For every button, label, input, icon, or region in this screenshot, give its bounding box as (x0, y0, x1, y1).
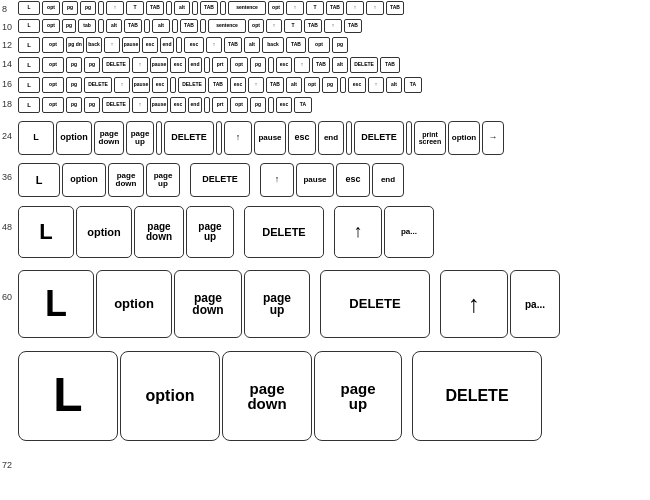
key-16-up[interactable]: ↑ (114, 77, 130, 93)
key-36-up[interactable]: ↑ (260, 163, 294, 197)
key-L-24[interactable]: L (18, 121, 54, 155)
key-18-esc[interactable]: esc (170, 97, 186, 113)
key-16-ta[interactable]: TA (404, 77, 422, 93)
key-8-9[interactable]: alt (174, 1, 190, 15)
key-48-pgdown[interactable]: pagedown (134, 206, 184, 258)
key-16-esc[interactable]: esc (152, 77, 168, 93)
key-L-16[interactable]: L (18, 77, 40, 93)
key-16-pause[interactable]: pause (132, 77, 150, 93)
key-10-7[interactable] (144, 19, 150, 33)
key-10-9[interactable] (172, 19, 178, 33)
key-12-pgd[interactable]: pg dn (66, 37, 84, 53)
key-48-del[interactable]: DELETE (244, 206, 324, 258)
key-16-tab2[interactable]: TAB (266, 77, 284, 93)
key-L-12[interactable]: L (18, 37, 40, 53)
key-12-opt2[interactable]: opt (308, 37, 330, 53)
key-24-up[interactable]: ↑ (224, 121, 252, 155)
key-16-pgd2[interactable]: pg (322, 77, 338, 93)
key-18-opt2[interactable]: opt (230, 97, 248, 113)
key-8-18[interactable]: ↑ (346, 1, 364, 15)
key-16-up2[interactable]: ↑ (248, 77, 264, 93)
key-8-17[interactable]: TAB (326, 1, 344, 15)
key-16-tab[interactable]: TAB (208, 77, 228, 93)
key-10-5[interactable]: alt (106, 19, 122, 33)
key-14-esc2[interactable]: esc (276, 57, 292, 73)
key-12-up[interactable]: ↑ (104, 37, 120, 53)
key-36-del[interactable]: DELETE (190, 163, 250, 197)
key-10-12[interactable]: sentence (208, 19, 246, 33)
key-24-option[interactable]: option (56, 121, 92, 155)
key-10-11[interactable] (200, 19, 206, 33)
key-48-pa[interactable]: pa... (384, 206, 434, 258)
key-10-1[interactable]: opt (42, 19, 60, 33)
key-12-back2[interactable]: back (262, 37, 284, 53)
key-16-del[interactable]: DELETE (84, 77, 112, 93)
key-14-tab[interactable]: TAB (312, 57, 330, 73)
key-36-end[interactable]: end (372, 163, 404, 197)
key-18-prt[interactable]: prt (212, 97, 228, 113)
key-18-ta[interactable]: TA (294, 97, 312, 113)
key-24-prtscr[interactable]: printscreen (414, 121, 446, 155)
key-16-esc2[interactable]: esc (230, 77, 246, 93)
key-14-pgd[interactable]: pg (66, 57, 82, 73)
key-12-pgd2[interactable]: pg (332, 37, 348, 53)
key-12-pause[interactable]: pause (122, 37, 140, 53)
key-36-esc[interactable]: esc (336, 163, 370, 197)
key-10-18[interactable]: TAB (344, 19, 362, 33)
key-8-2[interactable]: pg (62, 1, 78, 15)
key-18-esc2[interactable]: esc (276, 97, 292, 113)
key-48-option[interactable]: option (76, 206, 132, 258)
key-8-13[interactable]: sentence (228, 1, 266, 15)
key-12-end[interactable]: end (160, 37, 174, 53)
key-8-5[interactable]: ↑ (106, 1, 124, 15)
key-60-option[interactable]: option (96, 270, 172, 338)
key-14-pgu[interactable]: pg (84, 57, 100, 73)
key-12-back[interactable]: back (86, 37, 102, 53)
key-bottom-del[interactable]: DELETE (412, 351, 542, 441)
key-8-6[interactable]: T (126, 1, 144, 15)
key-8-7[interactable]: TAB (146, 1, 164, 15)
key-18-del[interactable]: DELETE (102, 97, 130, 113)
key-36-pgdown[interactable]: pagedown (108, 163, 144, 197)
key-16-del2[interactable]: DELETE (178, 77, 206, 93)
key-bottom-option[interactable]: option (120, 351, 220, 441)
key-12-up2[interactable]: ↑ (206, 37, 222, 53)
key-18-pgu[interactable]: pg (84, 97, 100, 113)
key-24-pgdown[interactable]: pagedown (94, 121, 124, 155)
key-10-4[interactable] (98, 19, 104, 33)
key-24-right[interactable]: → (482, 121, 504, 155)
key-12-tab[interactable]: TAB (224, 37, 242, 53)
key-14-up2[interactable]: ↑ (294, 57, 310, 73)
key-36-option[interactable]: option (62, 163, 106, 197)
key-16-up3[interactable]: ↑ (368, 77, 384, 93)
key-16-pgu[interactable]: pg (66, 77, 82, 93)
key-10-14[interactable]: ↑ (266, 19, 282, 33)
key-12-esc[interactable]: esc (142, 37, 158, 53)
key-24-del2[interactable]: DELETE (354, 121, 404, 155)
key-60-pgdown[interactable]: pagedown (174, 270, 242, 338)
key-60-del[interactable]: DELETE (320, 270, 430, 338)
key-18-pause[interactable]: pause (150, 97, 168, 113)
key-14-del[interactable]: DELETE (102, 57, 130, 73)
key-8-3[interactable]: pg (80, 1, 96, 15)
key-24-esc[interactable]: esc (288, 121, 316, 155)
key-14-opt[interactable]: opt (42, 57, 64, 73)
key-18-pgd[interactable]: pg (66, 97, 82, 113)
key-16-opt[interactable]: opt (42, 77, 64, 93)
key-14-prt[interactable]: prt (212, 57, 228, 73)
key-60-up[interactable]: ↑ (440, 270, 508, 338)
key-10-2[interactable]: pg (62, 19, 76, 33)
key-18-opt[interactable]: opt (42, 97, 64, 113)
key-8-20[interactable]: TAB (386, 1, 404, 15)
key-bottom-pgdown[interactable]: pagedown (222, 351, 312, 441)
key-L-48[interactable]: L (18, 206, 74, 258)
key-L-10[interactable]: L (18, 19, 40, 33)
key-18-pgd2[interactable]: pg (250, 97, 266, 113)
key-bottom-pgup[interactable]: pageup (314, 351, 402, 441)
key-L-14[interactable]: L (18, 57, 40, 73)
key-14-esc[interactable]: esc (170, 57, 186, 73)
key-14-del2[interactable]: DELETE (350, 57, 378, 73)
key-8-19[interactable]: ↑ (366, 1, 384, 15)
key-48-pgup[interactable]: pageup (186, 206, 234, 258)
key-10-17[interactable]: ↑ (324, 19, 342, 33)
